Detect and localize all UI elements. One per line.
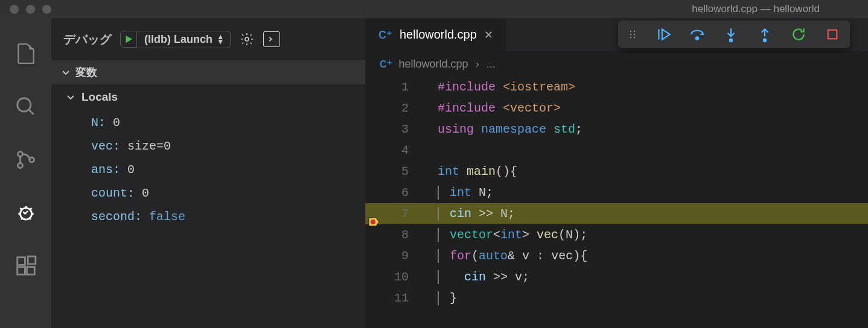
window-title: helloworld.cpp — helloworld — [51, 3, 868, 15]
dropdown-arrows-icon: ▴▾ — [219, 34, 223, 44]
maximize-window-button[interactable] — [42, 5, 51, 14]
svg-point-11 — [634, 31, 636, 33]
line-number[interactable]: 7 — [365, 203, 426, 224]
line-number[interactable]: 5 — [365, 161, 426, 182]
cpp-file-icon: C⁺ — [380, 58, 392, 70]
variable-row[interactable]: vec: size=0 — [51, 134, 365, 158]
svg-rect-5 — [17, 257, 25, 265]
gear-icon[interactable] — [239, 31, 255, 47]
svg-point-17 — [730, 39, 732, 42]
breadcrumb[interactable]: C⁺ helloworld.cpp › ... — [365, 52, 868, 77]
debug-console-icon[interactable] — [263, 31, 280, 47]
debug-config-label: (lldb) Launch — [144, 33, 212, 46]
svg-rect-7 — [27, 267, 34, 275]
svg-point-15 — [634, 37, 636, 39]
start-debug-button[interactable] — [120, 31, 137, 48]
activity-bar — [0, 18, 51, 328]
svg-point-12 — [630, 34, 632, 36]
svg-point-1 — [18, 152, 22, 157]
line-number[interactable]: 11 — [365, 288, 426, 309]
svg-point-14 — [630, 37, 632, 39]
step-over-button[interactable] — [689, 27, 705, 42]
line-number[interactable]: 8 — [365, 224, 426, 245]
line-number[interactable]: 2 — [365, 98, 426, 119]
breadcrumb-rest: ... — [487, 58, 496, 71]
variable-row[interactable]: ans: 0 — [51, 158, 365, 181]
variable-row[interactable]: N: 0 — [51, 111, 365, 134]
tab-label: helloworld.cpp — [400, 28, 477, 42]
window-controls — [0, 5, 51, 14]
svg-point-0 — [17, 98, 30, 112]
editor-area: C⁺ helloworld.cpp ✕ C⁺ helloworld.cpp › … — [365, 18, 868, 328]
svg-rect-19 — [828, 30, 837, 39]
variables-list: N: 0 vec: size=0 ans: 0 count: 0 second:… — [51, 110, 365, 230]
line-number[interactable]: 4 — [365, 140, 426, 161]
svg-point-18 — [764, 39, 766, 42]
line-number[interactable]: 3 — [365, 119, 426, 140]
source-control-icon[interactable] — [14, 148, 37, 171]
debug-toolbar — [618, 20, 850, 48]
close-window-button[interactable] — [10, 5, 19, 14]
locals-label: Locals — [81, 90, 118, 104]
locals-header[interactable]: Locals — [51, 84, 365, 110]
step-out-button[interactable] — [757, 27, 773, 42]
debug-config-select[interactable]: (lldb) Launch ▴▾ — [137, 31, 231, 48]
variables-label: 変数 — [75, 65, 97, 80]
drag-handle-icon[interactable] — [628, 30, 637, 39]
debug-title: デバッグ — [63, 31, 112, 48]
cpp-file-icon: C⁺ — [378, 28, 392, 42]
editor-tab[interactable]: C⁺ helloworld.cpp ✕ — [365, 18, 507, 51]
line-number[interactable]: 1 — [365, 77, 426, 98]
line-number[interactable]: 6 — [365, 182, 426, 203]
extensions-icon[interactable] — [14, 254, 37, 277]
continue-button[interactable] — [656, 27, 671, 42]
line-number[interactable]: 10 — [365, 266, 426, 288]
svg-point-20 — [371, 219, 375, 224]
svg-rect-6 — [17, 267, 25, 275]
svg-point-2 — [18, 163, 22, 168]
variable-row[interactable]: second: false — [51, 205, 365, 229]
code-editor[interactable]: 1#include <iostream> 2#include <vector> … — [365, 77, 868, 328]
debug-sidebar: デバッグ (lldb) Launch ▴▾ 変数 — [51, 18, 365, 328]
breadcrumb-file: helloworld.cpp — [399, 58, 468, 71]
search-icon[interactable] — [14, 95, 37, 118]
variable-row[interactable]: count: 0 — [51, 181, 365, 205]
chevron-down-icon — [66, 92, 75, 102]
svg-point-9 — [245, 37, 249, 41]
explorer-icon[interactable] — [14, 42, 37, 65]
stop-button[interactable] — [825, 27, 840, 42]
chevron-down-icon — [61, 68, 71, 77]
svg-point-10 — [630, 31, 632, 33]
restart-button[interactable] — [791, 27, 806, 42]
svg-rect-8 — [28, 256, 36, 264]
debug-header: デバッグ (lldb) Launch ▴▾ — [51, 18, 365, 60]
close-tab-icon[interactable]: ✕ — [484, 28, 493, 42]
titlebar: helloworld.cpp — helloworld — [0, 0, 868, 18]
svg-point-13 — [634, 34, 636, 36]
variables-section-header[interactable]: 変数 — [51, 60, 365, 84]
debug-icon[interactable] — [14, 201, 37, 224]
svg-point-16 — [696, 37, 698, 39]
line-number[interactable]: 9 — [365, 245, 426, 266]
step-into-button[interactable] — [723, 27, 739, 42]
breadcrumb-separator: › — [476, 58, 479, 71]
minimize-window-button[interactable] — [26, 5, 35, 14]
